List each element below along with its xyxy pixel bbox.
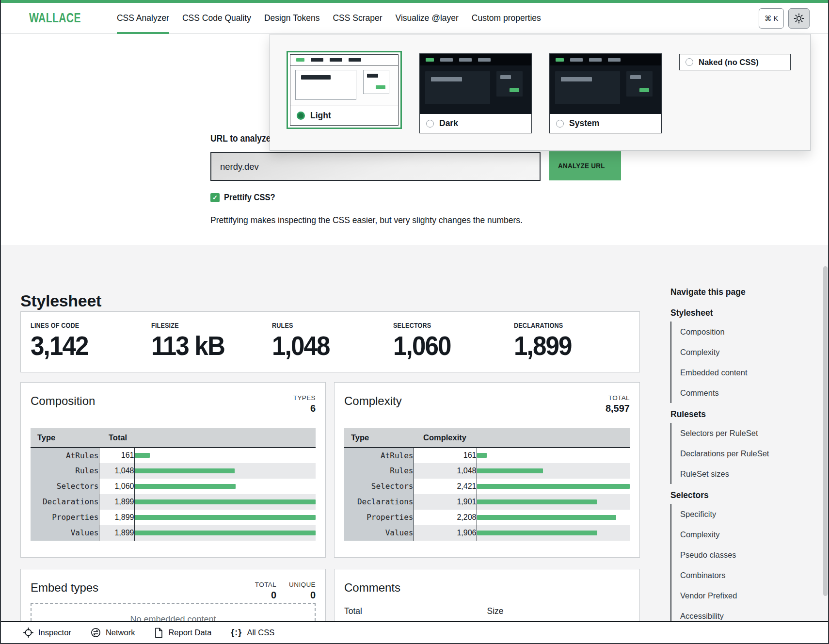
network-transfer-icon (91, 628, 101, 638)
prettify-note: Prettifying makes inspecting the CSS eas… (210, 215, 523, 225)
composition-types-value: 6 (293, 402, 316, 415)
analyze-url-button[interactable]: ANALYZE URL (549, 151, 621, 180)
complexity-card: Complexity TOTAL 8,597 Type Complexity A… (334, 382, 640, 558)
page-nav-link-comments[interactable]: Comments (680, 383, 816, 403)
inspector-crosshair-icon (23, 628, 33, 638)
statusbar: Inspector Network Report Data {:} (1, 621, 828, 643)
radio-system[interactable] (556, 120, 564, 128)
app-window: WALLACE CSS Analyzer CSS Code Quality De… (0, 0, 829, 644)
navbar: WALLACE CSS Analyzer CSS Code Quality De… (1, 3, 828, 34)
dark-theme-preview (420, 54, 531, 114)
comments-title: Comments (344, 581, 630, 595)
composition-table: Type Total AtRules161 Rules1,048 Selecto… (31, 428, 316, 541)
stat-lines-of-code: LINES OF CODE 3,142 (31, 322, 151, 372)
page-nav-link-selector-complexity[interactable]: Complexity (680, 524, 816, 545)
nav-custom-properties[interactable]: Custom properties (472, 3, 541, 33)
nav-css-scraper[interactable]: CSS Scraper (333, 3, 382, 33)
page-nav-link-composition[interactable]: Composition (680, 322, 816, 342)
embed-unique-label: UNIQUE (289, 581, 316, 589)
page-nav-link-vendor-prefixed[interactable]: Vendor Prefixed (680, 585, 816, 606)
page-nav: Navigate this page Stylesheet Compositio… (670, 287, 816, 626)
table-row: Values1,899 (31, 525, 316, 541)
vertical-scrollbar[interactable] (823, 266, 828, 596)
table-row: Selectors1,060 (31, 479, 316, 494)
composition-bar (135, 499, 316, 504)
page-nav-group-rulesets[interactable]: Rulesets (670, 409, 816, 419)
composition-bar (135, 468, 235, 473)
complexity-table: Type Complexity AtRules161 Rules1,048 Se… (344, 428, 630, 541)
stylesheet-heading: Stylesheet (20, 291, 101, 310)
complexity-bar (477, 531, 597, 535)
system-theme-preview (550, 54, 661, 114)
page-nav-group-selectors[interactable]: Selectors (670, 490, 816, 500)
theme-option-naked[interactable]: Naked (no CSS) (679, 54, 791, 70)
composition-card: Composition TYPES 6 Type Total AtRules16… (20, 382, 326, 558)
embed-unique-value: 0 (289, 589, 316, 601)
table-row: Declarations1,901 (344, 494, 630, 510)
page-nav-link-ruleset-sizes[interactable]: RuleSet sizes (680, 464, 816, 484)
complexity-total-value: 8,597 (606, 402, 630, 415)
theme-picker-popover: Light Dark (270, 34, 811, 151)
composition-bar (135, 515, 316, 520)
page-nav-link-declarations-per-ruleset[interactable]: Declarations per RuleSet (680, 443, 816, 464)
sun-icon (794, 13, 804, 24)
embed-total-value: 0 (255, 589, 276, 601)
nav-css-code-quality[interactable]: CSS Code Quality (182, 3, 251, 33)
table-row: AtRules161 (344, 448, 630, 463)
page-nav-link-selectors-per-ruleset[interactable]: Selectors per RuleSet (680, 423, 816, 443)
command-palette-button[interactable]: ⌘ K (759, 8, 784, 29)
table-row: Properties1,899 (31, 510, 316, 525)
composition-bar (135, 484, 236, 489)
wallace-logo[interactable]: WALLACE (29, 11, 96, 26)
complexity-bar (477, 468, 543, 473)
table-row: Selectors2,421 (344, 479, 630, 494)
statusbar-inspector[interactable]: Inspector (23, 628, 71, 638)
page-nav-link-combinators[interactable]: Combinators (680, 565, 816, 585)
statusbar-all-css[interactable]: {:} All CSS (231, 628, 274, 638)
complexity-bar (477, 484, 630, 489)
statusbar-network[interactable]: Network (91, 628, 135, 638)
light-theme-preview (290, 55, 398, 106)
radio-naked[interactable] (686, 58, 693, 66)
radio-dark[interactable] (426, 120, 434, 128)
table-row: Properties2,208 (344, 510, 630, 525)
table-row: AtRules161 (31, 448, 316, 463)
complexity-title: Complexity (344, 394, 402, 408)
theme-toggle-button[interactable] (788, 8, 810, 29)
url-input[interactable] (210, 152, 541, 181)
curly-braces-icon: {:} (231, 628, 242, 638)
nav-design-tokens[interactable]: Design Tokens (264, 3, 319, 33)
page-nav-link-pseudo-classes[interactable]: Pseudo classes (680, 545, 816, 565)
stat-selectors: SELECTORS 1,060 (393, 322, 514, 372)
composition-bar (135, 531, 316, 535)
stylesheet-stats-card: LINES OF CODE 3,142 FILESIZE 113 kB RULE… (20, 311, 640, 372)
complexity-bar (477, 499, 597, 504)
theme-option-light[interactable]: Light (287, 51, 402, 129)
table-row: Rules1,048 (31, 463, 316, 479)
stat-rules: RULES 1,048 (272, 322, 393, 372)
complexity-bar (477, 515, 617, 520)
composition-types-label: TYPES (293, 394, 316, 402)
prettify-checkbox-checked[interactable]: ✓ (210, 193, 220, 202)
nav-visualize-layer[interactable]: Visualize @layer (396, 3, 459, 33)
page-nav-link-complexity[interactable]: Complexity (680, 342, 816, 362)
theme-option-system[interactable]: System (549, 53, 662, 133)
page-nav-link-embedded-content[interactable]: Embedded content (680, 362, 816, 383)
stat-declarations: DECLARATIONS 1,899 (514, 322, 635, 372)
page-nav-group-stylesheet[interactable]: Stylesheet (670, 308, 816, 318)
statusbar-report-data[interactable]: Report Data (154, 628, 211, 638)
theme-option-dark[interactable]: Dark (419, 53, 532, 133)
complexity-total-label: TOTAL (606, 394, 630, 402)
theme-dark-label: Dark (439, 118, 458, 129)
radio-light-selected[interactable] (297, 112, 305, 120)
theme-naked-label: Naked (no CSS) (699, 58, 759, 67)
document-icon (154, 628, 163, 638)
nav-css-analyzer[interactable]: CSS Analyzer (117, 3, 169, 33)
page-nav-link-specificity[interactable]: Specificity (680, 504, 816, 524)
prettify-label: Prettify CSS? (224, 192, 283, 203)
embed-types-title: Embed types (31, 581, 98, 595)
theme-system-label: System (569, 118, 599, 129)
complexity-bar (477, 453, 487, 458)
table-row: Values1,906 (344, 525, 630, 541)
main-nav: CSS Analyzer CSS Code Quality Design Tok… (117, 3, 541, 33)
